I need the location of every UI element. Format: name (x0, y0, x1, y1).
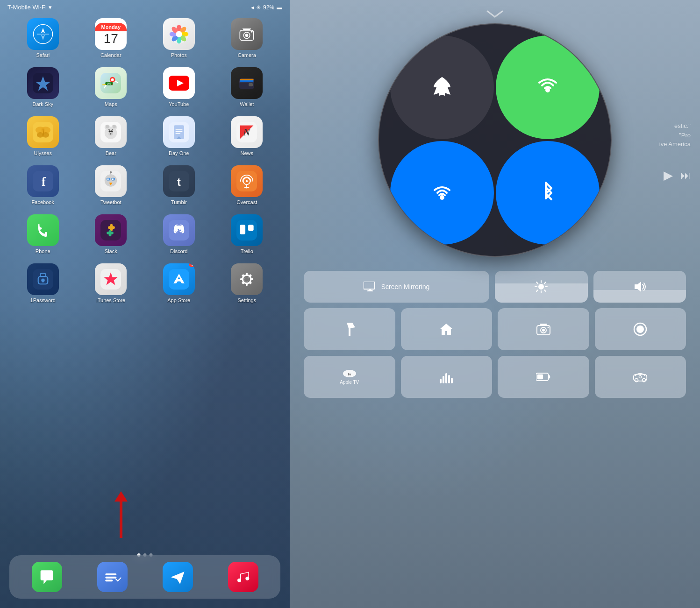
app-news[interactable]: N News (215, 116, 279, 156)
app-youtube[interactable]: YouTube (147, 67, 211, 107)
app-ulysses[interactable]: Ulysses (11, 116, 75, 156)
carrier-label: T-Mobile Wi-Fi (7, 4, 47, 11)
music-icon (228, 562, 258, 592)
app-calendar[interactable]: Monday 17 Calendar (79, 18, 143, 58)
app-maps[interactable]: 280 Maps (79, 67, 143, 107)
app-appstore[interactable]: 2 App Store (147, 263, 211, 303)
app-tweetbot[interactable]: Tweetbot (79, 165, 143, 205)
calendar-label: Calendar (100, 52, 121, 58)
app-itunes[interactable]: iTunes Store (79, 263, 143, 303)
app-safari[interactable]: Safari (11, 18, 75, 58)
svg-point-109 (245, 576, 249, 580)
control-center-chevron[interactable] (481, 5, 509, 26)
bluetooth-button[interactable] (496, 141, 600, 245)
settings-icon-img (231, 263, 263, 295)
phone-icon-img (27, 214, 59, 246)
music-skip-button[interactable]: ⏭ (680, 170, 691, 182)
svg-rect-65 (112, 178, 114, 180)
svg-rect-141 (537, 375, 543, 380)
svg-rect-112 (364, 282, 375, 289)
ulysses-icon-img (27, 116, 59, 148)
appstore-icon-img: 2 (163, 263, 195, 295)
svg-rect-80 (107, 232, 114, 234)
cc-icon-row-1 (304, 308, 686, 350)
svg-point-128 (542, 329, 545, 332)
facebook-label: Facebook (32, 199, 54, 205)
wifi-button[interactable] (390, 141, 494, 245)
svg-point-43 (113, 125, 116, 128)
svg-text:N: N (243, 127, 251, 137)
svg-rect-136 (445, 373, 447, 383)
camera-label: Camera (238, 52, 256, 58)
airplane-mode-button[interactable] (390, 35, 494, 139)
wifi-icon: ▾ (49, 4, 52, 11)
svg-point-129 (547, 327, 549, 328)
svg-rect-140 (548, 375, 550, 378)
camera-icon-img (231, 18, 263, 50)
app-grid: Safari Monday 17 Calendar (0, 13, 290, 309)
svg-rect-105 (105, 580, 113, 581)
battery-button[interactable] (498, 356, 589, 398)
status-left: T-Mobile Wi-Fi ▾ (7, 4, 52, 11)
app-bear[interactable]: Bear (79, 116, 143, 156)
app-dayone[interactable]: Day One (147, 116, 211, 156)
slack-label: Slack (105, 248, 117, 254)
control-center-panel: estic." "Pro ive America ▶ ⏭ (290, 0, 700, 608)
dock-spark[interactable] (163, 562, 193, 592)
dayone-label: Day One (169, 150, 189, 156)
flashlight-button[interactable] (304, 308, 395, 350)
svg-rect-83 (240, 225, 246, 234)
wifi-hotspot-button[interactable] (496, 35, 600, 139)
app-overcast[interactable]: Overcast (215, 165, 279, 205)
app-facebook[interactable]: f Facebook (11, 165, 75, 205)
camera-button[interactable] (498, 308, 589, 350)
tweetbot-icon-img (95, 165, 127, 197)
settings-label: Settings (237, 297, 256, 303)
safari-label: Safari (36, 52, 50, 58)
location-icon: ◂ (251, 4, 254, 11)
svg-marker-106 (171, 572, 184, 584)
app-trello[interactable]: Trello (215, 214, 279, 254)
home-button[interactable] (401, 308, 493, 350)
music-play-button[interactable]: ▶ (664, 168, 673, 183)
appletv-button[interactable]: tv Apple TV (304, 356, 395, 398)
arrow-shaft (120, 501, 122, 538)
youtube-play (169, 76, 189, 91)
svg-point-102 (244, 277, 249, 282)
svg-point-42 (106, 125, 109, 128)
screen-record-button[interactable] (595, 308, 686, 350)
app-settings[interactable]: Settings (215, 263, 279, 303)
app-wallet[interactable]: Wallet (215, 67, 279, 107)
svg-rect-134 (440, 379, 442, 383)
svg-marker-27 (177, 80, 184, 86)
screen-mirroring-button[interactable]: Screen Mirroring (304, 271, 489, 303)
svg-text:tv: tv (348, 372, 351, 376)
volume-slider[interactable] (593, 271, 686, 303)
dock-messages[interactable] (32, 562, 62, 592)
cc-row-mirroring: Screen Mirroring (304, 271, 686, 303)
svg-rect-135 (443, 376, 444, 383)
app-phone[interactable]: Phone (11, 214, 75, 254)
brightness-slider[interactable] (495, 271, 588, 303)
sound-recognition-button[interactable] (401, 356, 493, 398)
app-photos[interactable]: Photos (147, 18, 211, 58)
safari-icon-img (27, 18, 59, 50)
svg-point-73 (246, 180, 248, 182)
app-discord[interactable]: Discord (147, 214, 211, 254)
app-darksky[interactable]: Dark Sky (11, 67, 75, 107)
onepassword-icon-img (27, 263, 59, 295)
svg-rect-84 (248, 225, 254, 231)
dock-omnifocus[interactable] (97, 562, 128, 592)
app-camera[interactable]: Camera (215, 18, 279, 58)
app-1password[interactable]: 1Password (11, 263, 75, 303)
itunes-icon-img (95, 263, 127, 295)
dock-music[interactable] (228, 562, 258, 592)
wallet-label: Wallet (240, 101, 254, 107)
app-tumblr[interactable]: t Tumblr (147, 165, 211, 205)
screen-mirroring-label: Screen Mirroring (381, 283, 429, 290)
app-slack[interactable]: Slack (79, 214, 143, 254)
dayone-icon-img (163, 116, 195, 148)
svg-point-24 (111, 78, 114, 81)
appletv-label: Apple TV (340, 380, 359, 385)
carplay-button[interactable] (595, 356, 686, 398)
